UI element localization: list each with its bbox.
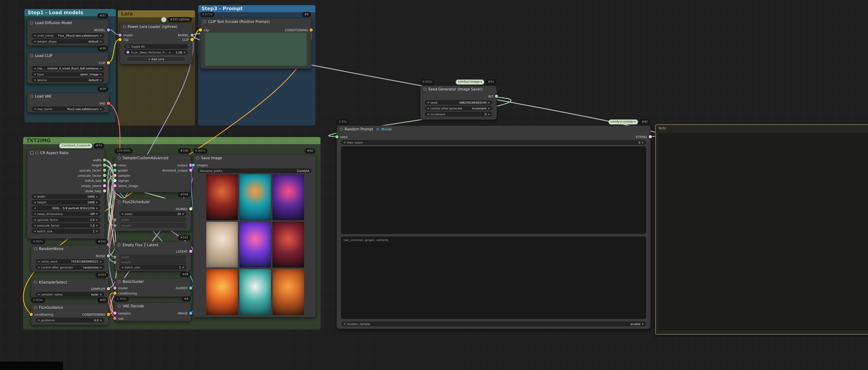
generated-image-7[interactable] xyxy=(206,269,238,315)
positive-prompt-textarea[interactable] xyxy=(205,32,307,66)
input-dot-noise[interactable] xyxy=(113,163,117,167)
decrement-arrow-icon[interactable]: ◀ xyxy=(34,212,36,215)
widget-filename_prefix[interactable]: filename_prefixComfyUI xyxy=(197,168,311,173)
collapse-dot-icon[interactable] xyxy=(123,25,126,28)
increment-arrow-icon[interactable]: ▶ xyxy=(100,67,102,70)
generated-image-9[interactable] xyxy=(273,269,304,315)
widget-max_count[interactable]: ◀max_count0▶ xyxy=(341,140,646,145)
node-sampler-custom-advanced[interactable]: SamplerCustomAdvancednoiseoutputguiderde… xyxy=(115,155,191,192)
decrement-arrow-icon[interactable]: ◀ xyxy=(34,195,36,198)
node-titlebar-basic-guider[interactable]: BasicGuider xyxy=(115,278,191,285)
decrement-arrow-icon[interactable]: ◀ xyxy=(34,40,36,43)
increment-arrow-icon[interactable]: ▶ xyxy=(96,230,98,233)
output-dot-height[interactable] xyxy=(103,163,106,167)
node-titlebar-clip-text-encode[interactable]: CLIP Text Encode (Positive Prompt) xyxy=(200,19,311,25)
output-dot-VAE[interactable] xyxy=(107,102,110,105)
group-header-lora[interactable]: Lora xyxy=(118,10,195,18)
widget-upscale_factor[interactable]: ◀upscale_factor2.0▶ xyxy=(32,217,100,222)
toggle-all-icon[interactable] xyxy=(126,45,129,48)
output-dot-denoised_output[interactable] xyxy=(189,168,192,172)
input-dot-clip[interactable] xyxy=(118,38,122,41)
node-titlebar-seed-generator[interactable]: Seed Generator (Image Saver) xyxy=(421,86,496,92)
collapse-dot-icon[interactable] xyxy=(34,247,37,250)
collapse-dot-icon[interactable] xyxy=(340,128,343,130)
decrement-arrow-icon[interactable]: ◀ xyxy=(38,266,39,269)
node-titlebar-ksampler-select[interactable]: KSamplerSelect xyxy=(31,279,108,285)
input-dot-height[interactable] xyxy=(113,260,117,264)
node-titlebar-save-image[interactable]: Save Image xyxy=(193,155,316,161)
output-dot-width[interactable] xyxy=(103,158,106,162)
increment-arrow-icon[interactable]: ▶ xyxy=(96,195,98,198)
input-dot-sigmas[interactable] xyxy=(113,179,117,182)
collapse-dot-icon[interactable] xyxy=(34,281,37,284)
decrement-arrow-icon[interactable]: ◀ xyxy=(34,67,36,70)
node-load-clip[interactable]: Load CLIPCLIP◀clip_...mistral_3_small_fl… xyxy=(27,52,109,84)
output-dot-SAMPLER[interactable] xyxy=(107,287,110,290)
increment-arrow-icon[interactable]: ▶ xyxy=(96,207,98,210)
widget-increment[interactable]: ◀increment0▶ xyxy=(425,112,492,117)
widget-seed[interactable]: ◀seed398226180483140▶ xyxy=(425,100,492,105)
widget-device[interactable]: ◀devicedefault▶ xyxy=(32,78,104,83)
output-dot-CLIP[interactable] xyxy=(107,61,110,64)
input-dot-model[interactable] xyxy=(118,33,122,37)
collapse-dot-icon[interactable] xyxy=(203,20,206,23)
generated-image-4[interactable] xyxy=(206,221,238,267)
widget-noise_seed[interactable]: ◀noise_seed741821683980522▶ xyxy=(35,259,104,264)
increment-arrow-icon[interactable]: ▶ xyxy=(642,322,644,326)
input-dot-width[interactable] xyxy=(113,218,117,221)
input-dot-guider[interactable] xyxy=(113,168,117,172)
input-dot-sampler[interactable] xyxy=(113,174,117,177)
decrement-arrow-icon[interactable]: ◀ xyxy=(343,322,345,326)
decrement-arrow-icon[interactable]: ◀ xyxy=(38,293,39,296)
increment-arrow-icon[interactable]: ▶ xyxy=(100,34,102,37)
collapse-dot-icon[interactable] xyxy=(118,157,121,160)
node-titlebar-power-lora-loader[interactable]: Power Lora Loader (rgthree) xyxy=(120,24,192,30)
increment-arrow-icon[interactable]: ▶ xyxy=(488,107,490,110)
widget-steps[interactable]: ◀steps20▶ xyxy=(119,212,187,216)
lora-row[interactable]: FLux_2Neo_Victorian_Fl..◀1.00▶ xyxy=(124,50,188,55)
output-dot-LATENT[interactable] xyxy=(189,250,192,253)
prompt-pool-textarea[interactable] xyxy=(341,146,646,234)
increment-arrow-icon[interactable]: ▶ xyxy=(182,266,184,269)
node-note[interactable]: Note xyxy=(655,124,868,335)
output-dot-prescale_factor[interactable] xyxy=(103,174,106,177)
title-checkbox[interactable] xyxy=(30,151,33,155)
generated-image-3[interactable] xyxy=(273,174,304,220)
node-graph-canvas[interactable]: Step1 - Load modelsLoraStep3 - PromptTXT… xyxy=(0,0,868,370)
widget-batch_size[interactable]: ◀batch_size1▶ xyxy=(32,229,100,234)
output-dot-INT[interactable] xyxy=(495,95,498,98)
generated-image-2[interactable] xyxy=(239,174,271,220)
node-power-lora-loader[interactable]: Power Lora Loader (rgthree)modelMODELcli… xyxy=(120,23,192,64)
widget-type[interactable]: ◀typeqwen_image▶ xyxy=(32,72,104,76)
add-lora-button[interactable]: + Add Lora xyxy=(126,56,186,62)
output-dot-CONDITIONING[interactable] xyxy=(107,313,110,316)
node-flux2-scheduler[interactable]: Flux2SchedulerSIGMAS◀steps20▶widthheight xyxy=(115,198,191,231)
increment-arrow-icon[interactable]: ▶ xyxy=(100,107,102,111)
node-titlebar-vae-decode[interactable]: VAE Decode xyxy=(115,303,191,309)
output-dot-MODEL[interactable] xyxy=(190,33,194,37)
collapse-dot-icon[interactable] xyxy=(30,95,33,98)
node-save-image[interactable]: Save Imageimagesfilename_prefixComfyUI xyxy=(193,155,316,317)
input-dot-vae[interactable] xyxy=(113,317,117,320)
node-ksampler-select[interactable]: KSamplerSelectSAMPLER◀sampler_nameeuler▶ xyxy=(31,279,109,298)
increment-arrow-icon[interactable]: ▶ xyxy=(488,113,490,116)
note-content[interactable] xyxy=(658,133,868,330)
input-dot-width[interactable] xyxy=(113,255,117,259)
node-vae-decode[interactable]: VAE DecodesamplesIMAGEvae xyxy=(115,303,191,321)
output-dot-GUIDER[interactable] xyxy=(189,286,192,290)
widget-vae_name[interactable]: ◀vae_nameflux2-vae.safetensors▶ xyxy=(32,106,104,112)
collapse-dot-icon[interactable] xyxy=(118,201,121,203)
widget-clip_...[interactable]: ◀clip_...mistral_3_small_flux2_fp8.safet… xyxy=(32,66,104,71)
collapse-dot-icon[interactable] xyxy=(424,88,426,91)
node-titlebar-load-clip[interactable]: Load CLIP xyxy=(27,53,108,59)
node-seed-generator[interactable]: Seed Generator (Image Saver)INT◀seed3982… xyxy=(420,86,497,120)
widget-control after generate[interactable]: ◀control after generaterandomize▶ xyxy=(35,265,104,270)
increment-arrow-icon[interactable]: ▶ xyxy=(96,201,98,204)
output-dot-MODEL[interactable] xyxy=(107,28,110,32)
output-dot-batch_size[interactable] xyxy=(103,179,106,182)
increment-arrow-icon[interactable]: ▶ xyxy=(100,260,102,263)
generated-image-5[interactable] xyxy=(239,221,271,267)
input-dot-clip[interactable] xyxy=(199,28,202,32)
node-titlebar-cr-aspect-ratio[interactable]: CR Aspect Ratio xyxy=(27,150,105,156)
decrement-arrow-icon[interactable]: ◀ xyxy=(34,73,36,76)
